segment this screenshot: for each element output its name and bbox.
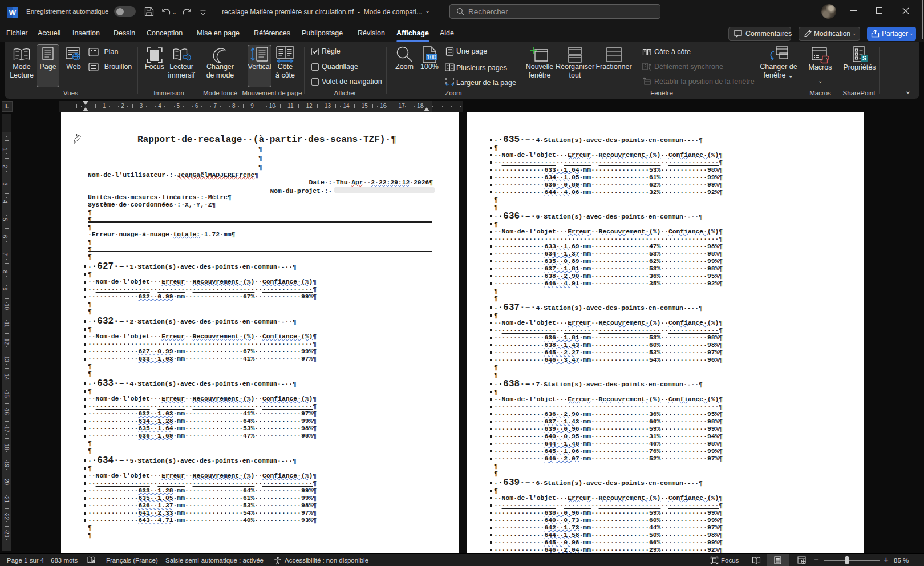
svg-text:100: 100 [427,54,436,60]
svg-text:W: W [9,9,17,17]
svg-text:S: S [862,55,866,62]
